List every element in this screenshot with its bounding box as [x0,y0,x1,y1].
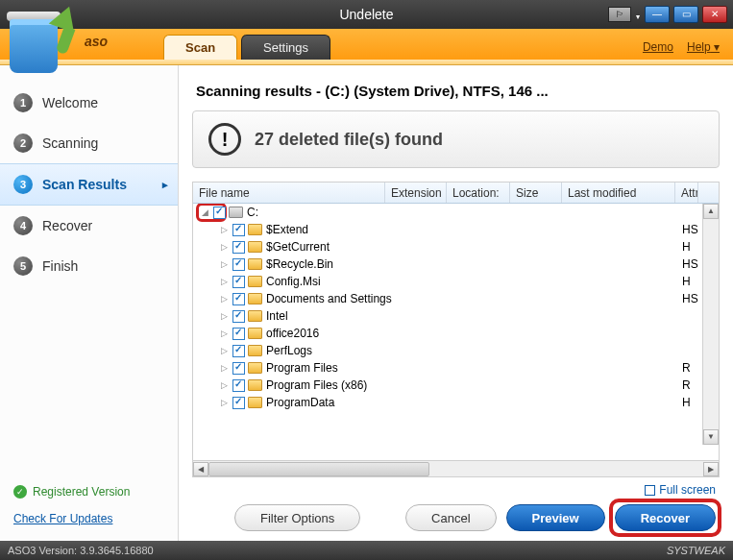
col-filename[interactable]: File name [193,183,385,203]
folder-icon [248,224,262,235]
fullscreen-icon [645,485,655,496]
app-logo-icon [4,6,79,73]
row-checkbox[interactable] [232,224,245,236]
scroll-thumb[interactable] [208,462,429,476]
check-updates-link[interactable]: Check For Updates [13,512,164,525]
expand-icon[interactable]: ▷ [218,277,230,286]
table-row[interactable]: ▷PerfLogs [193,342,719,359]
row-checkbox[interactable] [232,241,245,254]
button-row: Filter Options Cancel Preview Recover [192,500,720,541]
row-checkbox[interactable] [232,276,245,288]
step-scanning[interactable]: 2Scanning [0,123,178,163]
horizontal-scrollbar[interactable]: ◀ ▶ [193,460,719,476]
vertical-scrollbar[interactable]: ▲▼ [702,204,719,445]
scroll-right-icon[interactable]: ▶ [703,462,719,476]
vendor-brand: SYSTWEAK [667,545,725,556]
title-bar: Undelete 🏳 — ▭ ✕ [0,0,733,29]
row-checkbox[interactable] [232,310,245,323]
col-extension[interactable]: Extension [385,183,447,203]
col-attr[interactable]: Attr [675,183,698,203]
fullscreen-link[interactable]: Full screen [645,483,716,497]
row-checkbox[interactable] [213,207,226,219]
row-checkbox[interactable] [232,362,245,375]
table-row[interactable]: ▷$GetCurrentH [193,238,719,256]
row-checkbox[interactable] [232,345,245,357]
folder-icon [248,362,262,374]
table-body: ▲▼ ◢C:▷$ExtendHS▷$GetCurrentH▷$Recycle.B… [193,204,719,460]
row-checkbox[interactable] [232,328,245,340]
row-checkbox[interactable] [232,293,245,305]
table-row[interactable]: ▷$Recycle.BinHS [193,256,719,273]
sidebar: 1Welcome 2Scanning 3Scan Results 4Recove… [0,65,179,541]
drive-icon [229,207,243,218]
expand-icon[interactable]: ▷ [218,311,230,321]
table-row[interactable]: ▷Program Files (x86)R [193,377,719,394]
folder-icon [248,379,262,391]
row-checkbox[interactable] [232,397,245,409]
check-icon: ✓ [13,485,27,499]
main-panel: Scanning results - (C:) (System Drive), … [179,65,733,541]
version-text: ASO3 Version: 3.9.3645.16880 [8,545,154,556]
step-finish[interactable]: 5Finish [0,246,178,286]
folder-icon [248,345,262,356]
scroll-left-icon[interactable]: ◀ [193,462,208,476]
demo-link[interactable]: Demo [643,40,673,54]
table-row[interactable]: ▷Config.MsiH [193,273,719,290]
expand-icon[interactable]: ▷ [218,346,230,355]
help-link[interactable]: Help ▾ [687,40,720,54]
results-table: File name Extension Location: Size Last … [192,182,720,477]
table-row[interactable]: ▷$ExtendHS [193,221,719,238]
col-location[interactable]: Location: [447,183,510,203]
filter-options-button[interactable]: Filter Options [234,504,360,531]
recover-button[interactable]: Recover [615,504,716,531]
folder-icon [248,293,262,304]
expand-icon[interactable]: ◢ [199,207,210,217]
col-size[interactable]: Size [510,183,562,203]
folder-icon [248,241,262,253]
step-scan-results[interactable]: 3Scan Results [0,163,178,206]
cancel-button[interactable]: Cancel [405,504,496,531]
results-banner: ! 27 deleted file(s) found [192,110,720,168]
step-recover[interactable]: 4Recover [0,206,178,246]
registered-label: ✓Registered Version [13,485,164,499]
expand-icon[interactable]: ▷ [218,380,230,390]
table-row[interactable]: ▷Documents and SettingsHS [193,290,719,307]
expand-icon[interactable]: ▷ [218,242,230,252]
expand-icon[interactable]: ▷ [218,398,230,407]
table-row[interactable]: ▷Intel [193,307,719,325]
scroll-up-icon[interactable]: ▲ [703,204,719,219]
expand-icon[interactable]: ▷ [218,259,230,269]
table-header: File name Extension Location: Size Last … [193,183,719,204]
row-checkbox[interactable] [232,379,245,392]
expand-icon[interactable]: ▷ [218,363,230,373]
tab-scan[interactable]: Scan [163,35,237,60]
folder-icon [248,328,262,339]
status-bar: ASO3 Version: 3.9.3645.16880 SYSTWEAK [0,541,733,560]
scroll-down-icon[interactable]: ▼ [703,429,719,445]
close-button[interactable]: ✕ [702,6,727,23]
window-title: Undelete [339,7,393,22]
expand-icon[interactable]: ▷ [218,329,230,338]
table-row[interactable]: ▷Program FilesR [193,359,719,377]
expand-icon[interactable]: ▷ [218,294,230,304]
preview-button[interactable]: Preview [506,504,605,531]
maximize-button[interactable]: ▭ [673,6,698,23]
table-row[interactable]: ◢C: [193,204,719,221]
brand-text: aso [85,34,108,49]
row-checkbox[interactable] [232,258,245,271]
folder-icon [248,397,262,408]
ribbon-links: Demo Help ▾ [643,40,733,60]
expand-icon[interactable]: ▷ [218,225,230,234]
results-heading: Scanning results - (C:) (System Drive), … [192,73,720,110]
window-buttons: 🏳 — ▭ ✕ [608,6,733,23]
folder-icon [248,276,262,287]
tab-settings[interactable]: Settings [241,35,330,60]
table-row[interactable]: ▷office2016 [193,325,719,342]
step-welcome[interactable]: 1Welcome [0,83,178,123]
folder-icon [248,310,262,322]
language-flag-icon[interactable]: 🏳 [608,7,631,22]
folder-icon [248,258,262,270]
table-row[interactable]: ▷ProgramDataH [193,394,719,411]
col-modified[interactable]: Last modified [562,183,675,203]
minimize-button[interactable]: — [645,6,670,23]
